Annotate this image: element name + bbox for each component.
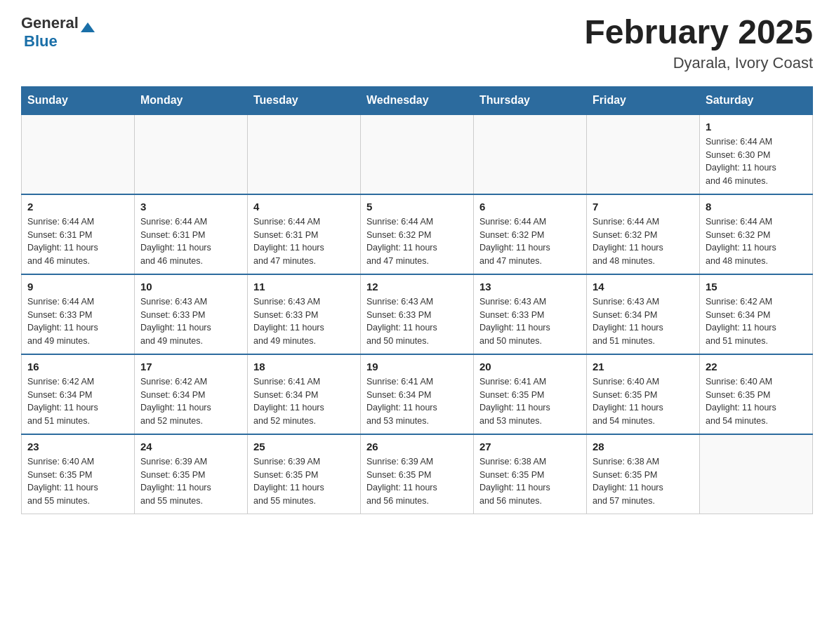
logo-blue-text: Blue: [24, 32, 58, 50]
day-info: Sunrise: 6:41 AMSunset: 6:34 PMDaylight:…: [366, 375, 468, 428]
calendar-day-cell: [248, 114, 361, 194]
day-number: 16: [27, 361, 128, 373]
calendar-day-cell: 20Sunrise: 6:41 AMSunset: 6:35 PMDayligh…: [474, 354, 587, 434]
day-info: Sunrise: 6:44 AMSunset: 6:31 PMDaylight:…: [253, 215, 355, 268]
calendar-week-row: 9Sunrise: 6:44 AMSunset: 6:33 PMDaylight…: [22, 274, 813, 354]
day-number: 17: [140, 361, 241, 373]
day-number: 24: [140, 441, 241, 452]
calendar-day-cell: 2Sunrise: 6:44 AMSunset: 6:31 PMDaylight…: [22, 194, 135, 274]
calendar-day-cell: 23Sunrise: 6:40 AMSunset: 6:35 PMDayligh…: [22, 434, 135, 514]
calendar-day-cell: 12Sunrise: 6:43 AMSunset: 6:33 PMDayligh…: [361, 274, 474, 354]
day-info: Sunrise: 6:44 AMSunset: 6:32 PMDaylight:…: [366, 215, 468, 268]
calendar-day-cell: 4Sunrise: 6:44 AMSunset: 6:31 PMDaylight…: [248, 194, 361, 274]
day-number: 18: [253, 361, 355, 373]
calendar-day-cell: 13Sunrise: 6:43 AMSunset: 6:33 PMDayligh…: [474, 274, 587, 354]
weekday-header-tuesday: Tuesday: [248, 86, 361, 114]
day-number: 7: [593, 201, 694, 213]
calendar-table: SundayMondayTuesdayWednesdayThursdayFrid…: [21, 86, 813, 514]
calendar-day-cell: 19Sunrise: 6:41 AMSunset: 6:34 PMDayligh…: [361, 354, 474, 434]
calendar-day-cell: 26Sunrise: 6:39 AMSunset: 6:35 PMDayligh…: [361, 434, 474, 514]
logo: General Blue: [21, 14, 95, 51]
day-info: Sunrise: 6:40 AMSunset: 6:35 PMDaylight:…: [27, 455, 128, 508]
day-info: Sunrise: 6:42 AMSunset: 6:34 PMDaylight:…: [27, 375, 128, 428]
calendar-day-cell: 14Sunrise: 6:43 AMSunset: 6:34 PMDayligh…: [587, 274, 700, 354]
day-info: Sunrise: 6:43 AMSunset: 6:33 PMDaylight:…: [253, 295, 355, 348]
day-info: Sunrise: 6:39 AMSunset: 6:35 PMDaylight:…: [253, 455, 355, 508]
day-number: 26: [366, 441, 468, 452]
calendar-day-cell: 25Sunrise: 6:39 AMSunset: 6:35 PMDayligh…: [248, 434, 361, 514]
day-number: 1: [706, 121, 807, 133]
logo-arrow-icon: [81, 22, 95, 32]
calendar-day-cell: 22Sunrise: 6:40 AMSunset: 6:35 PMDayligh…: [700, 354, 813, 434]
day-number: 11: [253, 281, 355, 293]
calendar-week-row: 1Sunrise: 6:44 AMSunset: 6:30 PMDaylight…: [22, 114, 813, 194]
calendar-day-cell: 17Sunrise: 6:42 AMSunset: 6:34 PMDayligh…: [135, 354, 248, 434]
day-info: Sunrise: 6:40 AMSunset: 6:35 PMDaylight:…: [593, 375, 694, 428]
weekday-header-friday: Friday: [587, 86, 700, 114]
day-number: 19: [366, 361, 468, 373]
day-number: 3: [140, 201, 241, 213]
day-info: Sunrise: 6:39 AMSunset: 6:35 PMDaylight:…: [140, 455, 241, 508]
day-info: Sunrise: 6:40 AMSunset: 6:35 PMDaylight:…: [706, 375, 807, 428]
calendar-day-cell: 27Sunrise: 6:38 AMSunset: 6:35 PMDayligh…: [474, 434, 587, 514]
day-info: Sunrise: 6:44 AMSunset: 6:32 PMDaylight:…: [593, 215, 694, 268]
day-info: Sunrise: 6:44 AMSunset: 6:31 PMDaylight:…: [140, 215, 241, 268]
calendar-day-cell: 24Sunrise: 6:39 AMSunset: 6:35 PMDayligh…: [135, 434, 248, 514]
day-number: 23: [27, 441, 128, 452]
calendar-day-cell: [22, 114, 135, 194]
calendar-week-row: 23Sunrise: 6:40 AMSunset: 6:35 PMDayligh…: [22, 434, 813, 514]
calendar-day-cell: 6Sunrise: 6:44 AMSunset: 6:32 PMDaylight…: [474, 194, 587, 274]
day-info: Sunrise: 6:38 AMSunset: 6:35 PMDaylight:…: [479, 455, 581, 508]
day-info: Sunrise: 6:44 AMSunset: 6:31 PMDaylight:…: [27, 215, 128, 268]
day-number: 20: [479, 361, 581, 373]
calendar-day-cell: 16Sunrise: 6:42 AMSunset: 6:34 PMDayligh…: [22, 354, 135, 434]
day-number: 22: [706, 361, 807, 373]
day-info: Sunrise: 6:38 AMSunset: 6:35 PMDaylight:…: [593, 455, 694, 508]
day-number: 15: [706, 281, 807, 293]
calendar-day-cell: 15Sunrise: 6:42 AMSunset: 6:34 PMDayligh…: [700, 274, 813, 354]
day-info: Sunrise: 6:39 AMSunset: 6:35 PMDaylight:…: [366, 455, 468, 508]
day-number: 10: [140, 281, 241, 293]
calendar-day-cell: 18Sunrise: 6:41 AMSunset: 6:34 PMDayligh…: [248, 354, 361, 434]
day-info: Sunrise: 6:41 AMSunset: 6:34 PMDaylight:…: [253, 375, 355, 428]
day-number: 2: [27, 201, 128, 213]
day-info: Sunrise: 6:41 AMSunset: 6:35 PMDaylight:…: [479, 375, 581, 428]
day-info: Sunrise: 6:43 AMSunset: 6:33 PMDaylight:…: [479, 295, 581, 348]
calendar-week-row: 2Sunrise: 6:44 AMSunset: 6:31 PMDaylight…: [22, 194, 813, 274]
calendar-day-cell: 5Sunrise: 6:44 AMSunset: 6:32 PMDaylight…: [361, 194, 474, 274]
day-info: Sunrise: 6:44 AMSunset: 6:30 PMDaylight:…: [706, 135, 807, 188]
day-number: 13: [479, 281, 581, 293]
calendar-day-cell: 3Sunrise: 6:44 AMSunset: 6:31 PMDaylight…: [135, 194, 248, 274]
day-number: 6: [479, 201, 581, 213]
weekday-header-monday: Monday: [135, 86, 248, 114]
day-info: Sunrise: 6:43 AMSunset: 6:33 PMDaylight:…: [140, 295, 241, 348]
calendar-day-cell: [700, 434, 813, 514]
calendar-day-cell: [135, 114, 248, 194]
day-info: Sunrise: 6:44 AMSunset: 6:32 PMDaylight:…: [479, 215, 581, 268]
calendar-day-cell: 1Sunrise: 6:44 AMSunset: 6:30 PMDaylight…: [700, 114, 813, 194]
calendar-week-row: 16Sunrise: 6:42 AMSunset: 6:34 PMDayligh…: [22, 354, 813, 434]
calendar-subtitle: Dyarala, Ivory Coast: [584, 54, 813, 72]
day-number: 4: [253, 201, 355, 213]
day-number: 12: [366, 281, 468, 293]
calendar-title: February 2025: [584, 14, 813, 51]
day-number: 14: [593, 281, 694, 293]
day-number: 28: [593, 441, 694, 452]
weekday-header-wednesday: Wednesday: [361, 86, 474, 114]
weekday-header-row: SundayMondayTuesdayWednesdayThursdayFrid…: [22, 86, 813, 114]
calendar-day-cell: 28Sunrise: 6:38 AMSunset: 6:35 PMDayligh…: [587, 434, 700, 514]
calendar-day-cell: 9Sunrise: 6:44 AMSunset: 6:33 PMDaylight…: [22, 274, 135, 354]
day-info: Sunrise: 6:42 AMSunset: 6:34 PMDaylight:…: [706, 295, 807, 348]
page-header: General Blue February 2025 Dyarala, Ivor…: [21, 14, 813, 72]
calendar-day-cell: [361, 114, 474, 194]
day-info: Sunrise: 6:44 AMSunset: 6:33 PMDaylight:…: [27, 295, 128, 348]
day-number: 9: [27, 281, 128, 293]
calendar-day-cell: 21Sunrise: 6:40 AMSunset: 6:35 PMDayligh…: [587, 354, 700, 434]
day-number: 5: [366, 201, 468, 213]
calendar-day-cell: 8Sunrise: 6:44 AMSunset: 6:32 PMDaylight…: [700, 194, 813, 274]
weekday-header-thursday: Thursday: [474, 86, 587, 114]
day-info: Sunrise: 6:43 AMSunset: 6:33 PMDaylight:…: [366, 295, 468, 348]
day-info: Sunrise: 6:43 AMSunset: 6:34 PMDaylight:…: [593, 295, 694, 348]
day-info: Sunrise: 6:44 AMSunset: 6:32 PMDaylight:…: [706, 215, 807, 268]
calendar-day-cell: 10Sunrise: 6:43 AMSunset: 6:33 PMDayligh…: [135, 274, 248, 354]
